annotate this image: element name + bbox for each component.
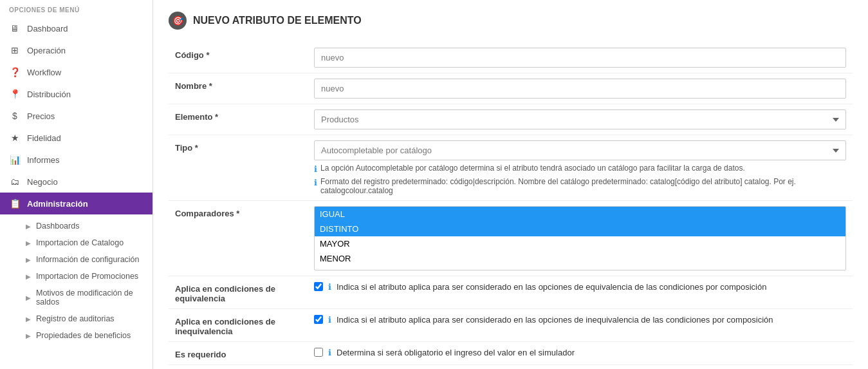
sidebar-item-operacion[interactable]: ⊞ Operación bbox=[0, 39, 152, 61]
sidebar-item-label: Informes bbox=[27, 155, 60, 165]
arrow-icon: ▶ bbox=[26, 240, 31, 247]
info-icon-1: ℹ bbox=[314, 164, 317, 174]
es-requerido-checkbox[interactable] bbox=[314, 348, 323, 357]
form-label-aplica-equivalencia: Aplica en condiciones de equivalencia bbox=[169, 276, 310, 309]
sub-item-label: Importacion de Catalogo bbox=[36, 238, 124, 247]
precios-icon: $ bbox=[9, 111, 21, 121]
sidebar-item-label: Distribución bbox=[27, 90, 71, 99]
sidebar-sub-informacion-configuracion[interactable]: ▶ Información de configuración bbox=[19, 251, 152, 268]
form-row-aplica-equivalencia: Aplica en condiciones de equivalencia ℹ … bbox=[169, 276, 853, 309]
aplica-inequivalencia-row: ℹ Indica si el atributo aplica para ser … bbox=[314, 314, 846, 325]
sub-item-label: Registro de auditorias bbox=[36, 314, 115, 323]
aplica-equivalencia-checkbox[interactable] bbox=[314, 282, 323, 291]
arrow-icon: ▶ bbox=[26, 332, 31, 339]
sub-item-label: Propiedades de beneficios bbox=[36, 331, 131, 340]
tipo-info-1: ℹ La opción Autocompletable por catálogo… bbox=[314, 164, 846, 174]
comparador-igual: IGUAL bbox=[315, 207, 845, 222]
info-icon-requerido: ℹ bbox=[328, 348, 331, 357]
info-icon-2: ℹ bbox=[314, 178, 317, 187]
main-content: 🎯 NUEVO ATRIBUTO DE ELEMENTO Código * No… bbox=[153, 0, 868, 369]
dashboard-icon: 🖥 bbox=[9, 23, 21, 33]
arrow-icon: ▶ bbox=[26, 256, 31, 263]
form-label-aplica-inequivalencia: Aplica en condiciones de inequivalencia bbox=[169, 309, 310, 342]
informes-icon: 📊 bbox=[9, 155, 21, 165]
tipo-select[interactable]: Autocompletable por catálogo bbox=[314, 140, 846, 160]
arrow-icon: ▶ bbox=[26, 273, 31, 280]
fidelidad-icon: ★ bbox=[9, 133, 21, 143]
page-title: NUEVO ATRIBUTO DE ELEMENTO bbox=[193, 15, 362, 26]
workflow-icon: ❓ bbox=[9, 67, 21, 77]
sidebar-item-administracion[interactable]: 📋 Administración bbox=[0, 193, 152, 214]
sidebar: OPCIONES DE MENÚ 🖥 Dashboard ⊞ Operación… bbox=[0, 0, 153, 369]
sidebar-item-label: Negocio bbox=[27, 177, 58, 187]
form-row-tipo: Tipo * Autocompletable por catálogo ℹ La… bbox=[169, 135, 853, 201]
form-table: Código * Nombre * Elemento * Productos bbox=[169, 43, 853, 369]
sidebar-item-label: Operación bbox=[27, 46, 66, 55]
form-row-aplica-inequivalencia: Aplica en condiciones de inequivalencia … bbox=[169, 309, 853, 342]
sidebar-sub-importacion-catalogo[interactable]: ▶ Importacion de Catalogo bbox=[19, 234, 152, 251]
arrow-icon: ▶ bbox=[26, 294, 31, 301]
sidebar-item-label: Administración bbox=[27, 199, 88, 209]
sub-item-label: Importacion de Promociones bbox=[36, 272, 138, 281]
form-row-codigo: Código * bbox=[169, 43, 853, 73]
page-title-icon: 🎯 bbox=[169, 12, 187, 30]
distribucion-icon: 📍 bbox=[9, 89, 21, 99]
tipo-info-2: ℹ Formato del registro predeterminado: c… bbox=[314, 177, 846, 195]
form-label-activo: Activo bbox=[169, 365, 310, 370]
sidebar-sub-propiedades-beneficios[interactable]: ▶ Propiedades de beneficios bbox=[19, 327, 152, 344]
comparadores-select[interactable]: IGUAL DISTINTO MAYOR MENOR bbox=[314, 206, 846, 270]
codigo-input[interactable] bbox=[314, 48, 846, 68]
form-row-nombre: Nombre * bbox=[169, 73, 853, 104]
form-label-es-requerido: Es requerido bbox=[169, 342, 310, 365]
sidebar-sub-motivos-modificacion[interactable]: ▶ Motivos de modificación de saldos bbox=[19, 285, 152, 310]
aplica-inequivalencia-checkbox[interactable] bbox=[314, 315, 323, 324]
sidebar-item-precios[interactable]: $ Precios bbox=[0, 105, 152, 127]
sidebar-item-informes[interactable]: 📊 Informes bbox=[0, 149, 152, 171]
sidebar-sub-registro-auditorias[interactable]: ▶ Registro de auditorias bbox=[19, 310, 152, 327]
administracion-icon: 📋 bbox=[9, 198, 21, 209]
form-label-codigo: Código * bbox=[169, 43, 310, 73]
sidebar-item-label: Workflow bbox=[27, 68, 61, 77]
info-icon-equiv: ℹ bbox=[328, 282, 331, 292]
form-row-comparadores: Comparadores * IGUAL DISTINTO MAYOR MENO… bbox=[169, 201, 853, 276]
sub-item-label: Dashboards bbox=[36, 222, 79, 231]
form-row-es-requerido: Es requerido ℹ Determina si será obligat… bbox=[169, 342, 853, 365]
sidebar-submenu: ▶ Dashboards ▶ Importacion de Catalogo ▶… bbox=[0, 214, 152, 347]
form-label-nombre: Nombre * bbox=[169, 73, 310, 104]
aplica-equivalencia-row: ℹ Indica si el atributo aplica para ser … bbox=[314, 281, 846, 292]
sub-item-label: Información de configuración bbox=[36, 255, 140, 264]
arrow-icon: ▶ bbox=[26, 223, 31, 230]
arrow-icon: ▶ bbox=[26, 316, 31, 323]
aplica-inequivalencia-info: Indica si el atributo aplica para ser co… bbox=[337, 315, 773, 325]
form-label-comparadores: Comparadores * bbox=[169, 201, 310, 276]
comparador-mayor: MAYOR bbox=[315, 236, 845, 251]
form-label-tipo: Tipo * bbox=[169, 135, 310, 201]
page-title-container: 🎯 NUEVO ATRIBUTO DE ELEMENTO bbox=[169, 12, 853, 30]
sub-item-label: Motivos de modificación de saldos bbox=[36, 289, 146, 307]
comparador-menor: MENOR bbox=[315, 251, 845, 266]
es-requerido-info: Determina si será obligatorio el ingreso… bbox=[337, 348, 575, 357]
sidebar-item-workflow[interactable]: ❓ Workflow bbox=[0, 61, 152, 83]
sidebar-item-dashboard[interactable]: 🖥 Dashboard bbox=[0, 17, 152, 39]
elemento-select[interactable]: Productos bbox=[314, 109, 846, 129]
es-requerido-row: ℹ Determina si será obligatorio el ingre… bbox=[314, 347, 846, 357]
aplica-equivalencia-info: Indica si el atributo aplica para ser co… bbox=[337, 282, 766, 292]
sidebar-item-distribucion[interactable]: 📍 Distribución bbox=[0, 83, 152, 105]
sidebar-sub-importacion-promociones[interactable]: ▶ Importacion de Promociones bbox=[19, 268, 152, 285]
sidebar-item-fidelidad[interactable]: ★ Fidelidad bbox=[0, 127, 152, 149]
comparador-distinto: DISTINTO bbox=[315, 222, 845, 236]
sidebar-sub-dashboards[interactable]: ▶ Dashboards bbox=[19, 218, 152, 234]
sidebar-item-negocio[interactable]: 🗂 Negocio bbox=[0, 171, 152, 193]
sidebar-item-label: Fidelidad bbox=[27, 133, 61, 143]
negocio-icon: 🗂 bbox=[9, 176, 21, 187]
nombre-input[interactable] bbox=[314, 79, 846, 99]
operacion-icon: ⊞ bbox=[9, 45, 21, 55]
info-icon-inequiv: ℹ bbox=[328, 315, 331, 325]
sidebar-header: OPCIONES DE MENÚ bbox=[0, 0, 152, 17]
form-label-elemento: Elemento * bbox=[169, 104, 310, 135]
form-row-elemento: Elemento * Productos bbox=[169, 104, 853, 135]
form-row-activo: Activo bbox=[169, 365, 853, 370]
sidebar-item-label: Precios bbox=[27, 111, 55, 121]
sidebar-item-label: Dashboard bbox=[27, 24, 68, 33]
